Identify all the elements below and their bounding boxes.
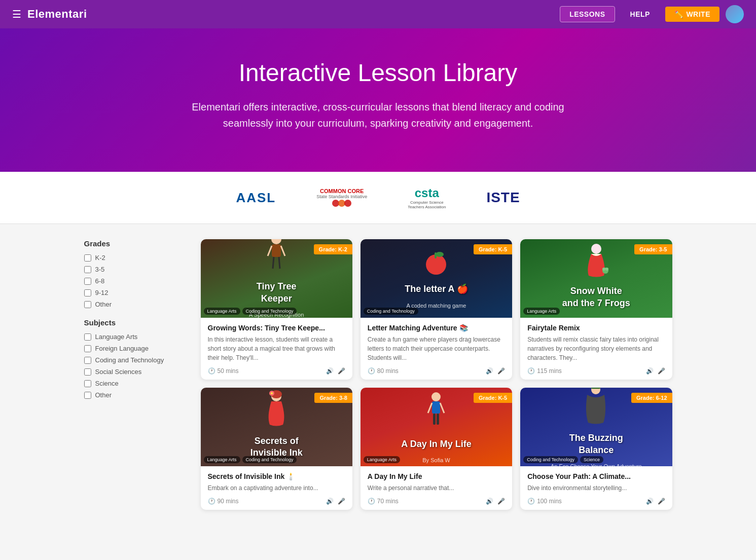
tag-lang-arts-ink: Language Arts: [204, 456, 240, 463]
card-overlay-buzzing-balance: The BuzzingBalance An Eco Choose Your Ow…: [551, 388, 642, 466]
subject-foreign-language[interactable]: Foreign Language: [84, 345, 186, 352]
snow-white-svg: [581, 243, 611, 278]
grade-912-checkbox[interactable]: [84, 289, 91, 296]
navbar-left: ☰ Elementari: [12, 8, 87, 21]
grade-68-checkbox[interactable]: [84, 278, 91, 285]
sidebar: Grades K-2 3-5 6-8 9-12 Other: [84, 239, 186, 510]
subject-language-arts-checkbox[interactable]: [84, 333, 91, 341]
subject-foreign-language-checkbox[interactable]: [84, 345, 91, 352]
navbar-right: LESSONS HELP ✏️ WRITE: [560, 5, 744, 23]
subject-other[interactable]: Other: [84, 391, 186, 399]
lessons-button[interactable]: LESSONS: [560, 6, 615, 22]
hamburger-icon[interactable]: ☰: [12, 8, 21, 20]
card-time-fairytale: 🕐 115 mins: [527, 367, 562, 375]
mic-icon-buzzing[interactable]: 🎤: [658, 498, 665, 505]
avatar[interactable]: [726, 5, 744, 23]
grade-badge-tiny-tree: Grade: K-2: [314, 244, 352, 254]
svg-line-23: [440, 403, 444, 413]
card-image-letter-a: Grade: K-5 The letter A 🍎 A coded matchi…: [361, 239, 512, 318]
svg-point-2: [344, 200, 351, 207]
subject-science[interactable]: Science: [84, 380, 186, 387]
clock-icon: 🕐: [208, 367, 215, 375]
svg-point-12: [591, 244, 601, 254]
audio-icon-day[interactable]: 🔊: [486, 498, 493, 505]
lesson-card-tiny-tree[interactable]: Grade: K-2 Tiny TreeKeeper: [201, 239, 352, 380]
mic-icon-ink[interactable]: 🎤: [338, 498, 345, 505]
subject-other-checkbox[interactable]: [84, 392, 91, 399]
grade-badge-fairytale: Grade: 3-5: [634, 244, 672, 254]
svg-point-1: [338, 200, 345, 207]
tag-lang-arts-day: Language Arts: [364, 456, 400, 463]
card-body-tiny-tree: Growing Words: Tiny Tree Keepe... In thi…: [201, 318, 352, 380]
card-tags-tiny-tree: Language Arts Coding and Technology: [204, 308, 297, 315]
day-life-char: [423, 391, 449, 431]
grade-other[interactable]: Other: [84, 301, 186, 308]
lesson-card-fairytale[interactable]: Grade: 3-5: [520, 239, 672, 380]
grade-912[interactable]: 9-12: [84, 289, 186, 296]
lesson-card-letter-a[interactable]: Grade: K-5 The letter A 🍎 A coded matchi…: [361, 239, 512, 380]
subject-foreign-language-label: Foreign Language: [95, 345, 149, 352]
time-value-day-my-life: 70 mins: [377, 498, 399, 505]
tag-coding-tech-a: Coding and Technology: [364, 308, 418, 315]
audio-icon-ink[interactable]: 🔊: [326, 498, 334, 505]
clock-icon-buzzing: 🕐: [527, 498, 535, 505]
grade-k2-checkbox[interactable]: [84, 254, 91, 262]
grade-k2[interactable]: K-2: [84, 254, 186, 262]
subject-coding[interactable]: Coding and Technology: [84, 356, 186, 364]
grade-68[interactable]: 6-8: [84, 277, 186, 285]
card-title-invisible-ink: Secrets of Invisible Ink 🕯️: [208, 472, 345, 480]
grade-other-checkbox[interactable]: [84, 301, 91, 308]
lesson-card-buzzing-balance[interactable]: Grade: 6-12 The BuzzingBalance An Eco Ch…: [520, 388, 672, 510]
audio-icon-fairytale[interactable]: 🔊: [646, 367, 654, 375]
subject-language-arts[interactable]: Language Arts: [84, 333, 186, 341]
card-title-overlay-letter-a: The letter A 🍎: [400, 278, 473, 300]
main-content: Grades K-2 3-5 6-8 9-12 Other: [74, 224, 682, 525]
subject-coding-checkbox[interactable]: [84, 357, 91, 364]
card-desc-letter-a: Create a fun game where players drag low…: [368, 335, 505, 362]
audio-icon-tiny-tree[interactable]: 🔊: [326, 367, 334, 375]
time-value-fairytale: 115 mins: [537, 367, 562, 375]
write-button[interactable]: ✏️ WRITE: [665, 7, 719, 22]
cc-emblem: [332, 199, 352, 207]
grades-title: Grades: [84, 239, 186, 248]
subjects-title: Subjects: [84, 318, 186, 327]
svg-line-6: [281, 246, 285, 256]
grade-912-label: 9-12: [95, 289, 109, 296]
help-button[interactable]: HELP: [621, 7, 659, 22]
card-body-fairytale: Fairytale Remix Students will remix clas…: [520, 318, 672, 380]
pencil-icon: ✏️: [674, 10, 683, 18]
card-overlay-letter-a: The letter A 🍎 A coded matching game: [400, 248, 473, 308]
card-desc-invisible-ink: Embark on a captivating adventure into..…: [208, 483, 345, 493]
mic-icon-letter-a[interactable]: 🎤: [497, 367, 505, 375]
aasl-text: AASL: [236, 190, 276, 206]
time-value-letter-a: 80 mins: [377, 367, 399, 375]
subject-coding-label: Coding and Technology: [95, 356, 164, 364]
subject-social-sciences[interactable]: Social Sciences: [84, 368, 186, 376]
mic-icon-fairytale[interactable]: 🎤: [658, 367, 665, 375]
grade-35[interactable]: 3-5: [84, 266, 186, 273]
card-actions-letter-a: 🔊 🎤: [486, 367, 505, 375]
subject-science-checkbox[interactable]: [84, 380, 91, 387]
subject-social-sciences-checkbox[interactable]: [84, 368, 91, 376]
svg-rect-24: [433, 414, 436, 425]
card-title-tiny-tree: Growing Words: Tiny Tree Keepe...: [208, 324, 345, 332]
subject-social-sciences-label: Social Sciences: [95, 368, 142, 376]
lesson-card-invisible-ink[interactable]: Grade: 3-8 Secrets ofInv: [201, 388, 352, 510]
csta-container: csta Computer ScienceTeachers Associatio…: [408, 186, 446, 209]
grade-35-checkbox[interactable]: [84, 266, 91, 273]
card-desc-tiny-tree: In this interactive lesson, students wil…: [208, 335, 345, 362]
mic-icon-tiny-tree[interactable]: 🎤: [338, 367, 345, 375]
lessons-grid: Grade: K-2 Tiny TreeKeeper: [201, 239, 672, 510]
mic-icon-day[interactable]: 🎤: [497, 498, 505, 505]
tag-coding-tech-ink: Coding and Technology: [242, 456, 297, 463]
brand-name: Elementari: [27, 8, 87, 21]
audio-icon-buzzing[interactable]: 🔊: [646, 498, 654, 505]
lesson-card-day-my-life[interactable]: Grade: K-5 A Day In My Life: [361, 388, 512, 510]
hero-title: Interactive Lesson Library: [10, 59, 746, 87]
logos-strip: AASL COMMON CORE State Standards Initiat…: [0, 172, 756, 224]
svg-rect-27: [591, 388, 600, 389]
hero-subtitle: Elementari offers interactive, cross-cur…: [191, 99, 566, 131]
grade-badge-invisible-ink: Grade: 3-8: [314, 393, 352, 403]
audio-icon-letter-a[interactable]: 🔊: [486, 367, 493, 375]
svg-point-0: [332, 200, 339, 207]
